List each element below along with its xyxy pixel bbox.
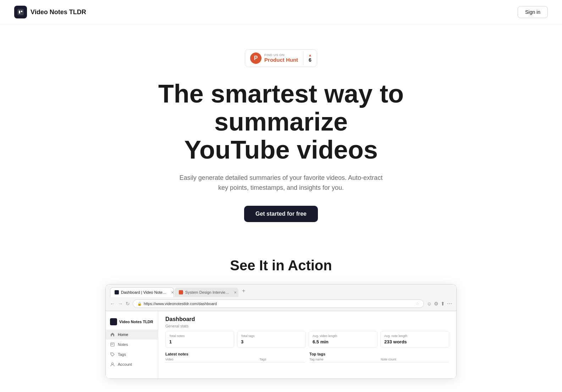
hero-section: P FIND US ON Product Hunt ▲ 6 The smarte…: [0, 24, 562, 243]
stat-label-tags: Total tags: [241, 334, 302, 338]
col-tags: Tags: [259, 358, 305, 361]
sidebar-logo-icon: [110, 318, 117, 325]
ph-count: 6: [309, 57, 312, 63]
dashboard-title: Dashboard: [165, 316, 449, 322]
svg-point-2: [111, 353, 112, 354]
browser-content: Video Notes TLDR Home Notes: [106, 311, 456, 379]
stat-card-tags: Total tags 3: [237, 331, 306, 348]
tab-label-inactive: System Design Intervie…: [185, 290, 229, 294]
star-icon[interactable]: ☆: [415, 301, 419, 306]
sidebar-label-tags: Tags: [118, 352, 126, 357]
stat-card-video-length: Avg. video length 6.5 min: [309, 331, 378, 348]
col-tagname: Tag name: [309, 358, 378, 361]
new-tab-button[interactable]: +: [239, 288, 248, 297]
url-text: https://www.videonotestldr.com/dashboard: [144, 302, 217, 306]
browser-tab-active[interactable]: Dashboard | Video Note… ✕: [110, 287, 174, 297]
ph-left: P FIND US ON Product Hunt: [245, 50, 303, 67]
account-icon: [110, 362, 115, 367]
general-stats-label: General stats: [165, 324, 449, 328]
latest-notes: Latest notes Video Tags: [165, 352, 305, 363]
browser-tab-inactive[interactable]: System Design Intervie… ✕: [175, 288, 238, 297]
stat-value-tags: 3: [241, 339, 302, 344]
stats-grid: Total notes 1 Total tags 3 Avg. video le…: [165, 331, 449, 348]
browser-action-4[interactable]: ⋯: [447, 301, 452, 307]
url-bar[interactable]: 🔒 https://www.videonotestldr.com/dashboa…: [133, 299, 424, 308]
top-tags-title: Top tags: [309, 352, 449, 356]
nav-back-button[interactable]: ←: [110, 301, 115, 307]
tags-icon: [110, 352, 115, 357]
tab-label-active: Dashboard | Video Note…: [121, 290, 166, 294]
sidebar-item-account[interactable]: Account: [106, 359, 158, 369]
svg-point-3: [112, 363, 114, 365]
hero-title: The smartest way to summarize YouTube vi…: [121, 80, 441, 164]
browser-mockup: Dashboard | Video Note… ✕ System Design …: [105, 284, 457, 379]
top-tags-header: Tag name Note count: [309, 358, 449, 363]
browser-controls: ← → ↻ 🔒 https://www.videonotestldr.com/d…: [106, 297, 456, 311]
stat-label-note-length: Avg. note length: [384, 334, 445, 338]
ph-logo-icon: P: [250, 53, 261, 64]
sidebar-logo-text: Video Notes TLDR: [119, 320, 153, 324]
browser-actions: ☺ ⚙ ⬆ ⋯: [427, 301, 452, 307]
tab-close-active[interactable]: ✕: [170, 290, 174, 295]
sidebar-item-tags[interactable]: Tags: [106, 349, 158, 359]
stat-label-notes: Total notes: [169, 334, 230, 338]
col-video: Video: [165, 358, 257, 361]
sidebar-label-notes: Notes: [118, 342, 128, 347]
nav-refresh-button[interactable]: ↻: [126, 301, 130, 307]
ph-text-group: FIND US ON Product Hunt: [264, 53, 298, 64]
browser-tabs: Dashboard | Video Note… ✕ System Design …: [106, 285, 456, 297]
product-hunt-badge[interactable]: P FIND US ON Product Hunt ▲ 6: [245, 49, 317, 67]
logo-text: Video Notes TLDR: [31, 9, 86, 16]
hero-subtitle: Easily generate detailed summaries of yo…: [175, 173, 387, 193]
sidebar-label-home: Home: [118, 332, 128, 337]
ph-find-us-label: FIND US ON: [264, 53, 285, 57]
latest-section: Latest notes Video Tags Top tags Tag nam…: [165, 352, 449, 363]
stat-label-video-length: Avg. video length: [313, 334, 374, 338]
stat-value-video-length: 6.5 min: [313, 339, 374, 344]
svg-rect-0: [17, 9, 24, 15]
lock-icon: 🔒: [137, 302, 142, 306]
sidebar-item-notes[interactable]: Notes: [106, 339, 158, 349]
tab-favicon-app: [115, 290, 119, 294]
stat-card-notes: Total notes 1: [165, 331, 234, 348]
notes-icon: [110, 342, 115, 347]
browser-action-1[interactable]: ☺: [427, 301, 432, 307]
latest-notes-title: Latest notes: [165, 352, 305, 356]
action-title: See It in Action: [230, 258, 332, 274]
header: Video Notes TLDR Sign in: [0, 0, 562, 24]
latest-notes-header: Video Tags: [165, 358, 305, 363]
sidebar-label-account: Account: [118, 362, 132, 366]
sidebar-logo: Video Notes TLDR: [106, 315, 158, 330]
action-section: See It in Action Dashboard | Video Note……: [0, 243, 562, 379]
cta-button[interactable]: Get started for free: [244, 206, 318, 222]
home-icon: [110, 332, 115, 337]
col-notecount: Note count: [381, 358, 449, 361]
logo-icon: [14, 6, 27, 18]
browser-chrome: Dashboard | Video Note… ✕ System Design …: [106, 285, 456, 311]
tab-close-inactive[interactable]: ✕: [233, 290, 238, 295]
sidebar-item-home[interactable]: Home: [106, 330, 158, 339]
stat-value-note-length: 233 words: [384, 339, 445, 344]
ph-product-hunt-label: Product Hunt: [264, 57, 298, 63]
sign-in-button[interactable]: Sign in: [518, 6, 548, 18]
top-tags: Top tags Tag name Note count: [309, 352, 449, 363]
browser-action-2[interactable]: ⚙: [434, 301, 439, 307]
stat-value-notes: 1: [169, 339, 230, 344]
ph-upvote: ▲ 6: [303, 51, 317, 65]
ph-arrow-icon: ▲: [308, 54, 312, 57]
logo-area: Video Notes TLDR: [14, 6, 86, 18]
app-sidebar: Video Notes TLDR Home Notes: [106, 311, 158, 379]
app-main: Dashboard General stats Total notes 1 To…: [158, 311, 456, 379]
browser-action-3[interactable]: ⬆: [441, 301, 445, 307]
tab-favicon-red: [179, 290, 183, 294]
stat-card-note-length: Avg. note length 233 words: [380, 331, 449, 348]
nav-forward-button[interactable]: →: [118, 301, 123, 307]
